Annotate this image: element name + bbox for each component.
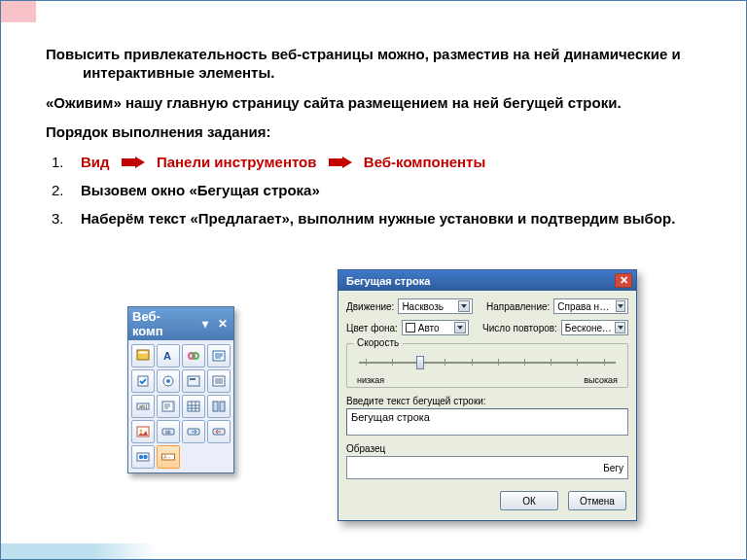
group-icon[interactable] [182,369,205,393]
text-icon[interactable]: A [157,344,180,368]
svg-text:ab|: ab| [139,403,148,409]
slider-thumb[interactable] [416,356,424,369]
svg-text:A: A [163,350,171,362]
svg-point-22 [140,430,143,433]
web-components-toolbar: Веб-комп ▾ ✕ A ab| ab [127,306,234,473]
close-icon[interactable]: ✕ [216,317,230,331]
step-1: Вид Панели инструментов Веб-компоненты [46,154,701,172]
reset-icon[interactable] [207,420,231,443]
chevron-down-icon [454,322,466,333]
speed-group: Скорость низкая высок [346,343,628,388]
table-icon[interactable] [182,395,205,418]
svg-marker-0 [122,157,145,168]
close-button[interactable]: ✕ [615,273,632,288]
image-icon[interactable] [131,420,155,443]
ok-button[interactable]: ОК [500,491,558,510]
checkbox-icon[interactable] [131,369,155,393]
svg-rect-11 [188,376,199,386]
sample-text: Бегу [603,463,623,473]
link-icon[interactable] [182,344,205,368]
para-2: «Оживим» нашу главную страницу сайта раз… [46,94,701,113]
dialog-body: Движение: Насквозь Направление: Справа н… [338,291,636,485]
movement-combo[interactable]: Насквозь [398,298,473,314]
toolbar-grid: A ab| ab A→ [128,340,233,472]
svg-text:A→: A→ [163,454,171,460]
dialog-titlebar[interactable]: Бегущая строка ✕ [338,270,636,291]
marquee-icon[interactable]: A→ [157,445,180,469]
marquee-text-value: Бегущая строка [351,411,430,423]
repeat-value: Бесконечно [565,323,612,333]
text-block: Повысить привлекательность веб-страницы … [46,46,701,237]
svg-point-28 [139,455,143,459]
sample-label: Образец [346,443,628,454]
marquee-text-label: Введите текст бегущей строки: [346,396,628,406]
toolbar-titlebar[interactable]: Веб-комп ▾ ✕ [128,307,233,340]
step-3: Наберём текст «Предлагает», выполним нуж… [46,210,701,228]
svg-marker-1 [329,157,352,168]
bgcolor-label: Цвет фона: [346,323,398,333]
direction-value: Справа налево [557,301,613,312]
arrow-icon [122,157,145,168]
svg-rect-3 [139,352,148,354]
toolbar-title-text: Веб-комп [132,309,191,338]
slide: Повысить привлекательность веб-страницы … [0,0,747,560]
arrow-icon [329,157,352,168]
chevron-down-icon [458,300,470,312]
svg-text:ab: ab [165,429,171,435]
columns-icon[interactable] [207,395,231,418]
dialog-buttons: ОК Отмена [338,485,636,520]
step-1-b: Панели инструментов [157,154,317,170]
chevron-down-icon[interactable]: ▾ [198,317,212,331]
speed-slider[interactable] [355,354,620,375]
form-icon[interactable] [131,344,155,368]
direction-combo[interactable]: Справа налево [553,298,628,314]
svg-point-10 [166,379,170,383]
svg-rect-18 [188,402,199,411]
movie-icon[interactable] [131,445,155,469]
cancel-button[interactable]: Отмена [568,491,626,510]
speed-group-title: Скорость [353,337,403,348]
list-icon[interactable] [207,369,231,393]
speed-low-label: низкая [357,375,384,385]
chevron-down-icon [615,322,625,333]
speed-high-label: высокая [584,375,618,385]
svg-rect-19 [213,402,218,411]
svg-rect-20 [220,402,225,411]
para-3: Порядок выполнения задания: [46,123,701,142]
textfield-icon[interactable]: ab| [131,395,155,418]
marquee-text-input[interactable]: Бегущая строка [346,408,628,436]
svg-point-29 [143,455,147,459]
bgcolor-value: Авто [418,323,440,333]
chevron-down-icon [616,300,625,312]
repeat-combo[interactable]: Бесконечно [561,320,628,335]
repeat-label: Число повторов: [482,323,557,333]
step-1-c: Веб-компоненты [364,154,485,170]
marquee-dialog: Бегущая строка ✕ Движение: Насквозь Напр… [338,269,637,521]
step-2: Вызовем окно «Бегущая строка» [46,182,701,200]
script-icon[interactable] [207,344,231,368]
color-swatch-icon [406,323,415,332]
para-1: Повысить привлекательность веб-страницы … [46,46,701,83]
svg-rect-17 [172,402,174,410]
radio-icon[interactable] [157,369,180,393]
movement-value: Насквозь [402,301,444,312]
button-icon[interactable]: ab [157,420,180,443]
steps-list: Вид Панели инструментов Веб-компоненты В… [46,154,701,228]
submit-icon[interactable] [182,420,205,443]
step-1-a: Вид [81,154,110,170]
direction-label: Направление: [486,301,550,312]
svg-rect-12 [190,378,196,380]
dialog-title-text: Бегущая строка [346,275,430,287]
textarea-icon[interactable] [157,395,180,418]
movement-label: Движение: [346,301,394,312]
bgcolor-combo[interactable]: Авто [402,320,469,335]
sample-preview: Бегу [346,456,628,479]
